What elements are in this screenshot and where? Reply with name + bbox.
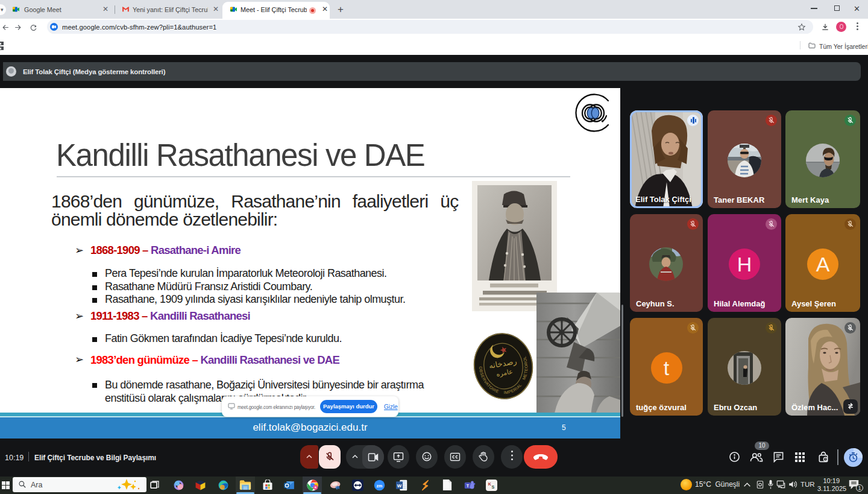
svg-text:S: S [492, 485, 495, 490]
svg-text:T: T [467, 484, 470, 489]
svg-text:W: W [397, 483, 402, 489]
svg-text:zm: zm [377, 484, 383, 489]
